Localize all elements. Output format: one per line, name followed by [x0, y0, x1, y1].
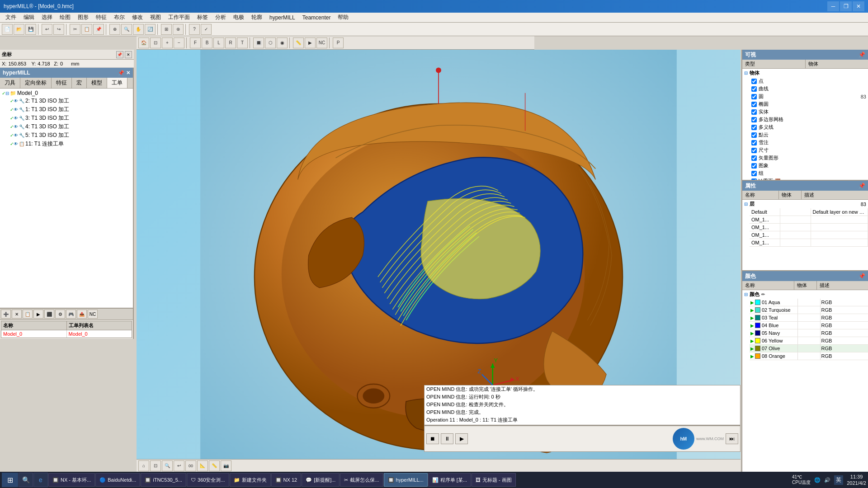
- taskbar-notification[interactable]: 💬 [新提醒]...: [302, 473, 340, 487]
- attr-pin[interactable]: 📌: [859, 183, 865, 189]
- vis-vsurface[interactable]: V 重面 🟫: [750, 177, 868, 180]
- vis-annot-check[interactable]: [751, 140, 757, 145]
- vp-zoomin[interactable]: +: [162, 38, 173, 48]
- tree-job-4[interactable]: ✓ 👁 🔧 4: T1 3D ISO 加工: [1, 122, 132, 131]
- taskbar-baidu[interactable]: 🔵 BaiduNetdi...: [95, 473, 140, 487]
- visible-pin[interactable]: 📌: [859, 52, 865, 58]
- tb-open[interactable]: 📂: [14, 24, 24, 35]
- vis-circle-check[interactable]: [751, 94, 757, 99]
- pb-pause[interactable]: ⏸: [441, 433, 453, 444]
- vp-zoomfit[interactable]: ⊡: [150, 38, 161, 48]
- vis-ellipse-check[interactable]: [751, 102, 757, 107]
- close-button[interactable]: ✕: [853, 1, 864, 11]
- vp-measure2[interactable]: 📐: [197, 460, 208, 471]
- menu-file[interactable]: 文件: [2, 13, 20, 22]
- tree-job-11[interactable]: ✓ 👁 📋 11: T1 连接工单: [1, 140, 132, 148]
- vp-left[interactable]: L: [213, 38, 224, 48]
- vp-front[interactable]: F: [190, 38, 201, 48]
- menu-draw[interactable]: 绘图: [56, 13, 74, 22]
- vp-sim[interactable]: ▶: [305, 38, 316, 48]
- tree-job-5[interactable]: ✓ 👁 🔧 5: T1 3D ISO 加工: [1, 131, 132, 140]
- job-run[interactable]: ▶: [33, 310, 43, 319]
- vis-polyline[interactable]: 多义线: [750, 123, 868, 131]
- menu-analyze[interactable]: 分析: [212, 13, 230, 22]
- vp-nc[interactable]: NC: [316, 38, 327, 48]
- menu-feature[interactable]: 特征: [92, 13, 110, 22]
- vis-dimension[interactable]: 尺寸: [750, 146, 868, 154]
- search-button[interactable]: 🔍: [19, 473, 33, 487]
- menu-electrode[interactable]: 电极: [230, 13, 248, 22]
- vis-annotation[interactable]: 雪注: [750, 139, 868, 146]
- vp-zoom-window[interactable]: 🔍: [162, 460, 173, 471]
- vis-ellipse[interactable]: 椭圆: [750, 100, 868, 108]
- edge-browser-button[interactable]: e: [33, 473, 48, 487]
- vp-zoom-prev[interactable]: ↩: [174, 460, 184, 471]
- tb-paste[interactable]: 📌: [93, 24, 104, 35]
- job-settings[interactable]: ⚙: [55, 310, 65, 319]
- vis-dim-check[interactable]: [751, 148, 757, 153]
- job-table-row[interactable]: Model_0 Model_0: [1, 330, 132, 338]
- taskbar-hypermill[interactable]: 🔲 hyperMILL...: [384, 473, 428, 487]
- vp-home[interactable]: 🏠: [138, 38, 149, 48]
- vis-circle[interactable]: 圆 83: [750, 93, 868, 100]
- job-post[interactable]: 📤: [77, 310, 87, 319]
- vis-pointcloud[interactable]: 點云: [750, 131, 868, 139]
- tb-snap[interactable]: ⊛: [173, 24, 184, 35]
- tab-model[interactable]: 模型: [87, 78, 107, 88]
- job-stop[interactable]: ⬛: [44, 310, 54, 319]
- vp-cam-home[interactable]: ⌂: [138, 460, 149, 471]
- vp-wire[interactable]: ⬡: [265, 38, 276, 48]
- tab-job[interactable]: 工单: [107, 78, 127, 88]
- menu-shape[interactable]: 图形: [74, 13, 92, 22]
- vp-ruler[interactable]: 📏: [209, 460, 220, 471]
- restore-button[interactable]: ❐: [840, 1, 852, 11]
- vis-mesh[interactable]: 多边形网格: [750, 116, 868, 123]
- color-olive-row[interactable]: ▶ 07 Olive RGB: [750, 345, 868, 352]
- vis-image[interactable]: 图象: [750, 162, 868, 169]
- vp-right[interactable]: R: [225, 38, 236, 48]
- tb-zoom[interactable]: 🔍: [121, 24, 132, 35]
- vis-pointcloud-check[interactable]: [751, 132, 757, 138]
- minimize-button[interactable]: ─: [827, 1, 839, 11]
- color-yellow-row[interactable]: ▶ 06 Yellow RGB: [750, 337, 868, 345]
- vis-vector[interactable]: 矢量图形: [750, 154, 868, 162]
- menu-teamcenter[interactable]: Teamcenter: [299, 14, 335, 22]
- menu-workplane[interactable]: 工作平面: [165, 13, 193, 22]
- tab-macro[interactable]: 宏: [72, 78, 87, 88]
- color-pin[interactable]: 📌: [859, 273, 865, 279]
- menu-edit[interactable]: 编辑: [20, 13, 38, 22]
- menu-view[interactable]: 视图: [146, 13, 165, 22]
- tb-new[interactable]: 📄: [2, 24, 13, 35]
- vis-vsurf-check[interactable]: [751, 178, 757, 180]
- attr-om1-layer-2[interactable]: OM_1...: [750, 224, 868, 231]
- taskbar-screenshot[interactable]: ✂ 截屏怎么保...: [340, 473, 383, 487]
- job-add[interactable]: ➕: [1, 310, 11, 319]
- vis-img-check[interactable]: [751, 163, 757, 169]
- taskbar-nx-base[interactable]: 🔲 NX - 基本环...: [48, 473, 95, 487]
- menu-help[interactable]: 帮助: [334, 13, 352, 22]
- vp-fit-all[interactable]: ⊡: [150, 460, 161, 471]
- taskbar-paint[interactable]: 🖼 无标题 - 画图: [472, 473, 516, 487]
- menu-tag[interactable]: 标签: [193, 13, 212, 22]
- tb-undo[interactable]: ↩: [42, 24, 52, 35]
- vp-00[interactable]: 00: [185, 460, 196, 471]
- job-nc[interactable]: NC: [88, 310, 98, 319]
- panel-close-icon[interactable]: ✕: [126, 70, 130, 76]
- coord-pin[interactable]: 📌: [116, 51, 123, 58]
- vis-polyline-check[interactable]: [751, 125, 757, 130]
- vp-top[interactable]: T: [237, 38, 248, 48]
- color-blue-row[interactable]: ▶ 04 Blue RGB: [750, 322, 868, 329]
- tb-check[interactable]: ✓: [201, 24, 212, 35]
- menu-bool[interactable]: 布尔: [110, 13, 128, 22]
- menu-select[interactable]: 选择: [38, 13, 56, 22]
- color-orange-row[interactable]: ▶ 08 Orange RGB: [750, 352, 868, 360]
- tb-cut[interactable]: ✂: [70, 24, 80, 35]
- panel-pin-icon[interactable]: 📌: [118, 70, 124, 76]
- pb-stop[interactable]: ⏹: [426, 433, 439, 444]
- vp-measure[interactable]: 📏: [293, 38, 304, 48]
- taskbar-newfolder[interactable]: 📁 新建文件夹: [230, 473, 271, 487]
- job-remove[interactable]: ✕: [12, 310, 22, 319]
- attr-om1-layer-3[interactable]: OM_1...: [750, 231, 868, 239]
- tree-model-root[interactable]: ✓ ⊟ 📁 Model_0: [1, 89, 132, 97]
- attr-om1-layer-1[interactable]: OM_1...: [750, 216, 868, 224]
